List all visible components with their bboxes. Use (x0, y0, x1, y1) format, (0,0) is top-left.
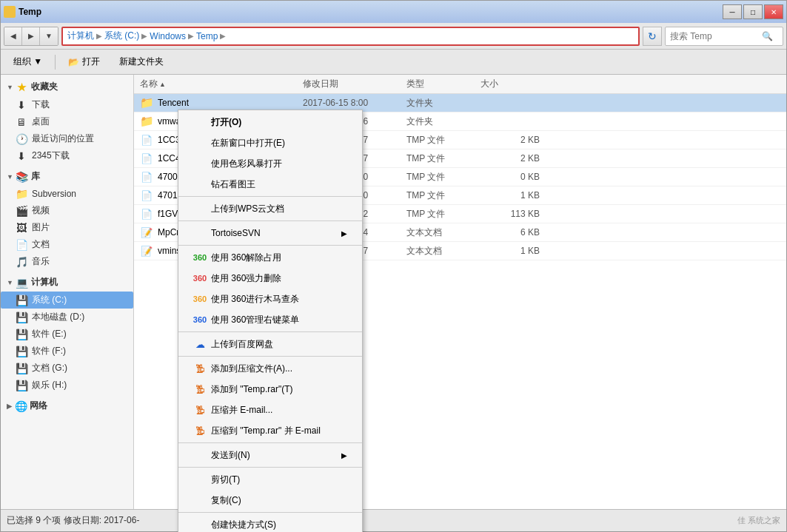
submenu-arrow: ▶ (341, 229, 347, 238)
context-menu-item[interactable]: 360使用 360强力删除 (178, 268, 362, 289)
context-menu-separator (178, 356, 362, 357)
context-menu-item[interactable]: 360使用 360进行木马查杀 (178, 289, 362, 309)
ctx-item-icon (193, 448, 207, 462)
ctx-item-label: 剪切(T) (211, 474, 240, 486)
ctx-item-label: 添加到 "Temp.rar"(T) (211, 383, 293, 396)
context-menu-item[interactable]: 钻石看图王 (178, 174, 362, 195)
ctx-item-icon: 360 (193, 272, 207, 285)
ctx-item-label: 使用色彩风暴打开 (211, 158, 282, 170)
context-menu-item[interactable]: 复制(C) (178, 490, 362, 511)
context-menu-separator (178, 220, 362, 221)
context-menu-item[interactable]: 在新窗口中打开(E) (178, 132, 362, 153)
ctx-item-label: 使用 360管理右键菜单 (211, 314, 299, 326)
ctx-item-icon (193, 115, 207, 129)
context-menu-item[interactable]: 🗜添加到 "Temp.rar"(T) (178, 379, 362, 400)
ctx-item-icon: 360 (193, 251, 207, 264)
ctx-item-label: 打开(O) (211, 116, 241, 129)
ctx-item-icon: 🗜 (193, 383, 207, 396)
ctx-item-label: TortoiseSVN (211, 228, 261, 238)
ctx-item-icon: 🗜 (193, 424, 207, 437)
context-menu-item[interactable]: 360使用 360解除占用 (178, 247, 362, 268)
ctx-item-icon: 360 (193, 292, 207, 306)
context-menu-item[interactable]: 使用色彩风暴打开 (178, 153, 362, 174)
ctx-item-label: 压缩到 "Temp.rar" 并 E-mail (211, 425, 321, 437)
ctx-item-label: 使用 360进行木马查杀 (211, 293, 299, 306)
ctx-item-icon: 🗜 (193, 362, 207, 375)
ctx-item-label: 压缩并 E-mail... (211, 404, 272, 417)
context-menu-item[interactable]: TortoiseSVN▶ (178, 223, 362, 243)
ctx-item-icon (193, 473, 207, 486)
ctx-item-icon: 🗜 (193, 403, 207, 417)
ctx-item-icon (193, 226, 207, 240)
context-menu-item[interactable]: 剪切(T) (178, 469, 362, 490)
ctx-item-label: 发送到(N) (211, 449, 250, 462)
ctx-item-label: 添加到压缩文件(A)... (211, 363, 292, 375)
context-menu-separator (178, 467, 362, 468)
context-menu-separator (178, 512, 362, 513)
main-window: Temp ─ □ ✕ ◀ ▶ ▼ 计算机 ▶ 系统 (C:) ▶ Windows… (0, 0, 787, 532)
context-menu-item[interactable]: 360使用 360管理右键菜单 (178, 309, 362, 330)
context-menu-item[interactable]: 创建快捷方式(S) (178, 514, 362, 532)
ctx-item-icon (193, 518, 207, 531)
context-menu-item[interactable]: 打开(O) (178, 112, 362, 132)
context-menu-item[interactable]: 发送到(N)▶ (178, 445, 362, 465)
ctx-item-icon (193, 202, 207, 215)
context-menu-separator (178, 196, 362, 197)
ctx-item-label: 上传到百度网盘 (211, 338, 273, 351)
ctx-item-label: 创建快捷方式(S) (211, 519, 276, 531)
context-menu-separator (178, 245, 362, 246)
ctx-item-label: 在新窗口中打开(E) (211, 137, 285, 149)
context-menu: 打开(O)在新窗口中打开(E)使用色彩风暴打开钻石看图王上传到WPS云文档Tor… (178, 110, 363, 532)
context-menu-overlay[interactable]: 打开(O)在新窗口中打开(E)使用色彩风暴打开钻石看图王上传到WPS云文档Tor… (0, 0, 787, 532)
context-menu-item[interactable]: 🗜压缩并 E-mail... (178, 400, 362, 420)
ctx-item-icon (193, 494, 207, 507)
ctx-item-icon (193, 178, 207, 191)
context-menu-item[interactable]: 🗜添加到压缩文件(A)... (178, 358, 362, 379)
context-menu-item[interactable]: 🗜压缩到 "Temp.rar" 并 E-mail (178, 420, 362, 441)
ctx-item-label: 使用 360解除占用 (211, 252, 281, 264)
ctx-item-icon: ☁ (193, 337, 207, 351)
ctx-item-label: 上传到WPS云文档 (211, 203, 284, 215)
context-menu-separator (178, 331, 362, 332)
ctx-item-icon (193, 136, 207, 149)
ctx-item-label: 使用 360强力删除 (211, 272, 281, 285)
submenu-arrow: ▶ (341, 451, 347, 459)
ctx-item-icon: 360 (193, 313, 207, 326)
ctx-item-label: 钻石看图王 (211, 178, 255, 191)
context-menu-separator (178, 442, 362, 443)
ctx-item-label: 复制(C) (211, 494, 241, 507)
context-menu-item[interactable]: 上传到WPS云文档 (178, 198, 362, 219)
context-menu-item[interactable]: ☁上传到百度网盘 (178, 334, 362, 354)
ctx-item-icon (193, 157, 207, 170)
